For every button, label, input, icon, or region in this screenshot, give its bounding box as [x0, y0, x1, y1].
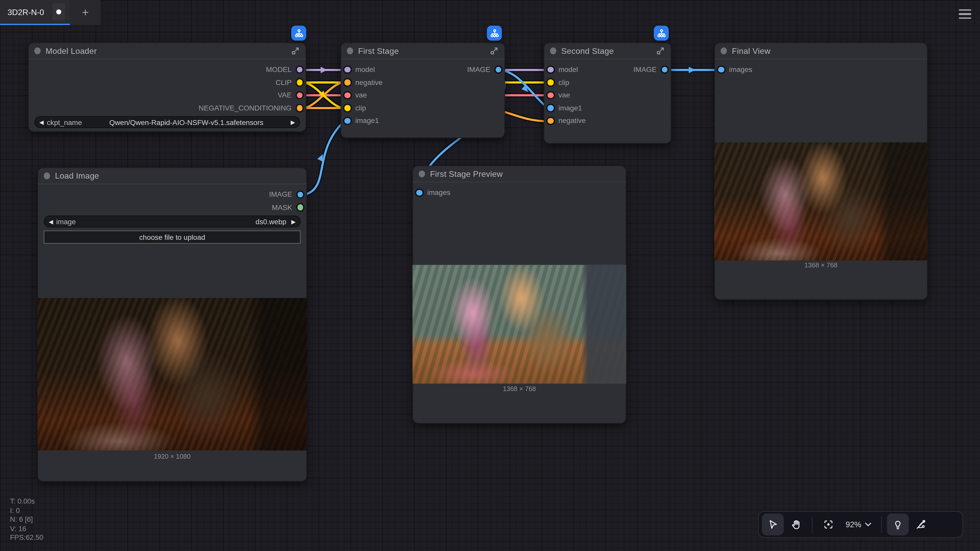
node-header[interactable]: Final View: [714, 43, 928, 59]
port-model[interactable]: [547, 67, 553, 73]
output-slot[interactable]: NEGATIVE_CONDITIONING: [28, 102, 306, 114]
port-clip[interactable]: [344, 105, 350, 111]
output-slot[interactable]: VAE: [28, 89, 306, 102]
preview-image[interactable]: [714, 142, 928, 260]
collapse-dot[interactable]: [44, 172, 50, 179]
port-negative[interactable]: [344, 79, 350, 85]
node-first-stage[interactable]: First Stage IMAGE model negative vae cli…: [341, 43, 505, 138]
hand-icon: [791, 519, 801, 530]
network-icon: [294, 28, 304, 38]
unsaved-indicator[interactable]: [52, 3, 65, 21]
lightbulb-icon: [892, 519, 903, 530]
combo-next-icon[interactable]: ▶: [291, 218, 296, 224]
output-slot[interactable]: IMAGE: [603, 63, 671, 76]
node-header[interactable]: Model Loader: [28, 43, 306, 59]
toggle-links-button[interactable]: [910, 513, 932, 535]
workflow-tab-bar: 3D2R-N-0 +: [0, 0, 100, 25]
input-slot[interactable]: vae: [341, 89, 505, 102]
stat-nodes: N: 6 [6]: [10, 515, 43, 524]
input-slot[interactable]: clip: [341, 102, 505, 114]
node-graph-canvas[interactable]: Model Loader MODEL CLIP VAE NEGATIVE_CON…: [0, 0, 980, 551]
menu-button[interactable]: [959, 10, 971, 19]
collapse-dot[interactable]: [35, 47, 41, 54]
port-images[interactable]: [416, 189, 422, 195]
output-slot[interactable]: MODEL: [28, 63, 306, 76]
node-header[interactable]: First Stage: [341, 43, 505, 59]
image-combo[interactable]: ◀ image ds0.webp ▶: [44, 216, 301, 227]
new-workflow-button[interactable]: +: [70, 0, 100, 25]
port-model[interactable]: [344, 67, 350, 73]
ckpt-name-combo[interactable]: ◀ ckpt_name Qwen/Qwen-Rapid-AIO-NSFW-v5.…: [35, 116, 300, 128]
output-slot[interactable]: IMAGE: [38, 188, 307, 201]
input-slot[interactable]: clip: [544, 76, 671, 89]
node-second-stage[interactable]: Second Stage IMAGE model clip vae image1…: [544, 43, 671, 144]
preview-image[interactable]: [412, 265, 626, 383]
combo-prev-icon[interactable]: ◀: [39, 119, 44, 125]
hide-links-icon: [916, 519, 926, 530]
input-slot[interactable]: negative: [544, 114, 671, 127]
port-negative[interactable]: [547, 118, 553, 124]
input-slot[interactable]: vae: [544, 89, 671, 102]
toggle-theme-button[interactable]: [887, 513, 909, 535]
port-clip[interactable]: [547, 79, 553, 85]
node-title: Load Image: [55, 171, 301, 180]
preview-image[interactable]: [38, 298, 307, 451]
subgraph-badge[interactable]: [487, 25, 502, 41]
collapse-dot[interactable]: [347, 47, 353, 54]
combo-next-icon[interactable]: ▶: [291, 119, 295, 125]
port-mask[interactable]: [297, 204, 303, 210]
choose-file-button[interactable]: choose file to upload: [44, 230, 301, 244]
node-model-loader[interactable]: Model Loader MODEL CLIP VAE NEGATIVE_CON…: [28, 43, 306, 132]
node-title: Second Stage: [561, 46, 651, 56]
port-vae[interactable]: [297, 92, 302, 98]
node-first-stage-preview[interactable]: First Stage Preview images 1368 × 768: [412, 165, 626, 424]
output-slot[interactable]: MASK: [38, 201, 307, 213]
port-image1[interactable]: [344, 118, 350, 124]
input-slot[interactable]: negative: [341, 76, 505, 89]
node-header[interactable]: Load Image: [38, 167, 307, 184]
port-image[interactable]: [662, 67, 667, 73]
port-clip[interactable]: [297, 79, 302, 85]
hamburger-icon: [959, 10, 971, 11]
node-load-image[interactable]: Load Image IMAGE MASK ◀ image ds0.webp ▶…: [38, 167, 307, 482]
workflow-tab[interactable]: 3D2R-N-0: [0, 0, 70, 25]
zoom-control[interactable]: 92%: [841, 520, 877, 529]
node-final-view[interactable]: Final View images 1368 × 768: [714, 43, 928, 300]
node-title: Model Loader: [46, 46, 286, 56]
node-title: First Stage Preview: [430, 169, 620, 178]
pan-tool-button[interactable]: [785, 513, 807, 535]
collapse-dot[interactable]: [550, 47, 556, 54]
stat-v: V: 16: [10, 524, 43, 533]
fit-view-button[interactable]: [818, 513, 839, 535]
node-header[interactable]: First Stage Preview: [412, 165, 626, 183]
output-slot[interactable]: CLIP: [28, 76, 306, 89]
port-vae[interactable]: [344, 92, 350, 98]
input-slot[interactable]: image1: [544, 102, 671, 114]
port-vae[interactable]: [547, 92, 553, 98]
expand-icon[interactable]: [490, 46, 499, 56]
collapse-dot[interactable]: [419, 170, 425, 177]
output-slot[interactable]: IMAGE: [436, 63, 505, 76]
stat-time: T: 0.00s: [10, 497, 43, 506]
input-slot[interactable]: images: [412, 186, 626, 199]
expand-icon[interactable]: [291, 46, 300, 56]
subgraph-badge[interactable]: [291, 25, 306, 41]
node-header[interactable]: Second Stage: [544, 43, 671, 59]
port-model[interactable]: [297, 67, 302, 73]
collapse-dot[interactable]: [721, 47, 727, 54]
port-image1[interactable]: [547, 105, 553, 111]
port-image[interactable]: [297, 192, 303, 197]
port-images[interactable]: [718, 67, 724, 73]
select-tool-button[interactable]: [762, 513, 784, 535]
perf-stats: T: 0.00s I: 0 N: 6 [6] V: 16 FPS:62.50: [10, 497, 43, 542]
workflow-tab-title: 3D2R-N-0: [7, 7, 52, 17]
input-slot[interactable]: image1: [341, 114, 505, 127]
zoom-level: 92%: [845, 520, 861, 529]
expand-icon[interactable]: [655, 46, 665, 56]
subgraph-badge[interactable]: [654, 25, 669, 41]
combo-prev-icon[interactable]: ◀: [49, 218, 53, 224]
port-negative-conditioning[interactable]: [297, 105, 302, 111]
node-title: Final View: [732, 46, 921, 56]
input-slot[interactable]: images: [714, 63, 928, 76]
port-image[interactable]: [495, 67, 501, 73]
